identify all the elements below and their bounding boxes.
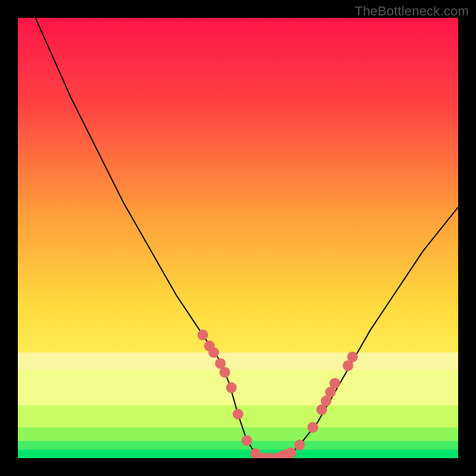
data-marker <box>226 383 237 393</box>
watermark-text: TheBottleneck.com <box>355 4 469 19</box>
data-marker <box>308 422 318 433</box>
svg-rect-5 <box>18 427 458 440</box>
data-marker <box>242 435 252 446</box>
chart-svg <box>0 0 476 476</box>
data-marker <box>198 330 208 340</box>
data-marker <box>233 409 243 419</box>
data-marker <box>286 447 296 458</box>
data-marker <box>220 367 230 378</box>
chart-container: TheBottleneck.com <box>0 0 476 476</box>
svg-rect-7 <box>18 370 458 405</box>
data-marker <box>295 440 305 450</box>
data-marker <box>347 352 358 362</box>
svg-rect-3 <box>18 449 458 458</box>
data-marker <box>330 378 340 389</box>
svg-rect-8 <box>18 352 458 370</box>
svg-rect-4 <box>18 440 458 449</box>
data-marker <box>208 347 219 358</box>
